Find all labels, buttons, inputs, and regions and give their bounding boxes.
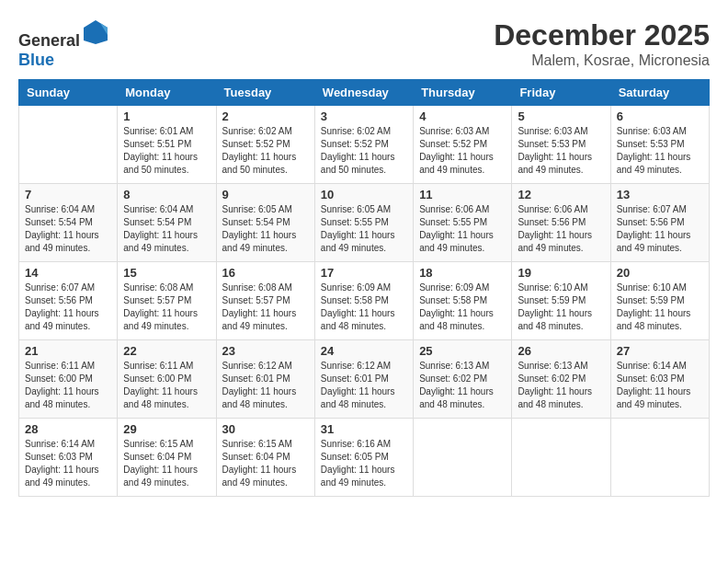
- calendar-weekday-header: Tuesday: [216, 80, 314, 106]
- day-number: 12: [518, 188, 604, 201]
- calendar-week-row: 1Sunrise: 6:01 AMSunset: 5:51 PMDaylight…: [19, 106, 710, 184]
- day-info: Sunrise: 6:14 AMSunset: 6:03 PMDaylight:…: [25, 438, 111, 489]
- calendar-week-row: 28Sunrise: 6:14 AMSunset: 6:03 PMDayligh…: [19, 419, 710, 497]
- day-number: 15: [123, 266, 210, 280]
- calendar-day-cell: 7Sunrise: 6:04 AMSunset: 5:54 PMDaylight…: [19, 184, 118, 262]
- day-info: Sunrise: 6:15 AMSunset: 6:04 PMDaylight:…: [222, 438, 309, 489]
- calendar-day-cell: 15Sunrise: 6:08 AMSunset: 5:57 PMDayligh…: [118, 262, 216, 340]
- calendar-day-cell: 1Sunrise: 6:01 AMSunset: 5:51 PMDaylight…: [118, 106, 216, 184]
- day-info: Sunrise: 6:07 AMSunset: 5:56 PMDaylight:…: [617, 203, 703, 255]
- day-number: 2: [222, 109, 309, 123]
- day-number: 30: [222, 422, 309, 436]
- calendar-day-cell: [512, 419, 610, 497]
- calendar-week-row: 14Sunrise: 6:07 AMSunset: 5:56 PMDayligh…: [19, 262, 710, 340]
- day-info: Sunrise: 6:13 AMSunset: 6:02 PMDaylight:…: [419, 360, 506, 411]
- day-number: 11: [419, 188, 506, 201]
- calendar-header-row: SundayMondayTuesdayWednesdayThursdayFrid…: [19, 80, 710, 106]
- calendar-day-cell: 24Sunrise: 6:12 AMSunset: 6:01 PMDayligh…: [314, 340, 413, 419]
- day-number: 24: [321, 344, 407, 358]
- day-number: 4: [419, 109, 506, 123]
- day-number: 18: [419, 266, 506, 280]
- day-info: Sunrise: 6:09 AMSunset: 5:58 PMDaylight:…: [419, 282, 506, 333]
- calendar-day-cell: 6Sunrise: 6:03 AMSunset: 5:53 PMDaylight…: [610, 106, 709, 184]
- calendar-day-cell: 20Sunrise: 6:10 AMSunset: 5:59 PMDayligh…: [610, 262, 709, 340]
- calendar-body: 1Sunrise: 6:01 AMSunset: 5:51 PMDaylight…: [19, 106, 710, 497]
- day-number: 23: [222, 344, 309, 358]
- day-info: Sunrise: 6:04 AMSunset: 5:54 PMDaylight:…: [123, 203, 210, 255]
- day-number: 31: [321, 422, 407, 436]
- calendar-day-cell: [610, 419, 709, 497]
- day-number: 21: [25, 344, 111, 358]
- calendar-day-cell: 26Sunrise: 6:13 AMSunset: 6:02 PMDayligh…: [512, 340, 610, 419]
- calendar-day-cell: 23Sunrise: 6:12 AMSunset: 6:01 PMDayligh…: [216, 340, 314, 419]
- calendar-weekday-header: Thursday: [414, 80, 512, 106]
- calendar-day-cell: 30Sunrise: 6:15 AMSunset: 6:04 PMDayligh…: [216, 419, 314, 497]
- calendar-day-cell: 28Sunrise: 6:14 AMSunset: 6:03 PMDayligh…: [19, 419, 118, 497]
- location-title: Malem, Kosrae, Micronesia: [494, 52, 710, 69]
- logo-general: General: [18, 31, 80, 50]
- calendar-day-cell: 29Sunrise: 6:15 AMSunset: 6:04 PMDayligh…: [118, 419, 216, 497]
- calendar-weekday-header: Wednesday: [314, 80, 413, 106]
- day-info: Sunrise: 6:16 AMSunset: 6:05 PMDaylight:…: [321, 438, 407, 489]
- calendar-day-cell: 19Sunrise: 6:10 AMSunset: 5:59 PMDayligh…: [512, 262, 610, 340]
- calendar-day-cell: 8Sunrise: 6:04 AMSunset: 5:54 PMDaylight…: [118, 184, 216, 262]
- svg-marker-0: [84, 20, 108, 44]
- month-title: December 2025: [494, 18, 710, 52]
- day-number: 16: [222, 266, 309, 280]
- calendar-day-cell: 22Sunrise: 6:11 AMSunset: 6:00 PMDayligh…: [118, 340, 216, 419]
- calendar-day-cell: 12Sunrise: 6:06 AMSunset: 5:56 PMDayligh…: [512, 184, 610, 262]
- day-number: 8: [123, 188, 210, 201]
- day-number: 26: [518, 344, 604, 358]
- day-number: 19: [518, 266, 604, 280]
- day-number: 22: [123, 344, 210, 358]
- day-info: Sunrise: 6:11 AMSunset: 6:00 PMDaylight:…: [25, 360, 111, 411]
- day-number: 29: [123, 422, 210, 436]
- day-info: Sunrise: 6:11 AMSunset: 6:00 PMDaylight:…: [123, 360, 210, 411]
- day-number: 17: [321, 266, 407, 280]
- day-info: Sunrise: 6:05 AMSunset: 5:54 PMDaylight:…: [222, 203, 309, 255]
- day-info: Sunrise: 6:10 AMSunset: 5:59 PMDaylight:…: [617, 282, 703, 333]
- calendar-day-cell: 25Sunrise: 6:13 AMSunset: 6:02 PMDayligh…: [414, 340, 512, 419]
- calendar-day-cell: 9Sunrise: 6:05 AMSunset: 5:54 PMDaylight…: [216, 184, 314, 262]
- day-info: Sunrise: 6:03 AMSunset: 5:52 PMDaylight:…: [419, 125, 506, 177]
- day-info: Sunrise: 6:06 AMSunset: 5:56 PMDaylight:…: [518, 203, 604, 255]
- calendar-day-cell: 2Sunrise: 6:02 AMSunset: 5:52 PMDaylight…: [216, 106, 314, 184]
- calendar-day-cell: 18Sunrise: 6:09 AMSunset: 5:58 PMDayligh…: [414, 262, 512, 340]
- day-info: Sunrise: 6:10 AMSunset: 5:59 PMDaylight:…: [518, 282, 604, 333]
- day-info: Sunrise: 6:08 AMSunset: 5:57 PMDaylight:…: [222, 282, 309, 333]
- day-number: 28: [25, 422, 111, 436]
- day-number: 10: [321, 188, 407, 201]
- day-number: 9: [222, 188, 309, 201]
- calendar-weekday-header: Saturday: [610, 80, 709, 106]
- day-info: Sunrise: 6:02 AMSunset: 5:52 PMDaylight:…: [321, 125, 407, 177]
- day-info: Sunrise: 6:13 AMSunset: 6:02 PMDaylight:…: [518, 360, 604, 411]
- logo-icon: [82, 18, 109, 46]
- calendar-weekday-header: Monday: [118, 80, 216, 106]
- calendar-day-cell: 31Sunrise: 6:16 AMSunset: 6:05 PMDayligh…: [314, 419, 413, 497]
- day-info: Sunrise: 6:05 AMSunset: 5:55 PMDaylight:…: [321, 203, 407, 255]
- day-number: 27: [617, 344, 703, 358]
- day-number: 6: [617, 109, 703, 123]
- day-info: Sunrise: 6:15 AMSunset: 6:04 PMDaylight:…: [123, 438, 210, 489]
- calendar-day-cell: 21Sunrise: 6:11 AMSunset: 6:00 PMDayligh…: [19, 340, 118, 419]
- day-info: Sunrise: 6:12 AMSunset: 6:01 PMDaylight:…: [222, 360, 309, 411]
- calendar-day-cell: 17Sunrise: 6:09 AMSunset: 5:58 PMDayligh…: [314, 262, 413, 340]
- calendar-day-cell: 14Sunrise: 6:07 AMSunset: 5:56 PMDayligh…: [19, 262, 118, 340]
- day-number: 14: [25, 266, 111, 280]
- page-header: General Blue December 2025 Malem, Kosrae…: [18, 18, 710, 70]
- calendar-weekday-header: Friday: [512, 80, 610, 106]
- calendar-day-cell: 4Sunrise: 6:03 AMSunset: 5:52 PMDaylight…: [414, 106, 512, 184]
- calendar-day-cell: 13Sunrise: 6:07 AMSunset: 5:56 PMDayligh…: [610, 184, 709, 262]
- day-info: Sunrise: 6:03 AMSunset: 5:53 PMDaylight:…: [617, 125, 703, 177]
- calendar-day-cell: 11Sunrise: 6:06 AMSunset: 5:55 PMDayligh…: [414, 184, 512, 262]
- day-info: Sunrise: 6:04 AMSunset: 5:54 PMDaylight:…: [25, 203, 111, 255]
- calendar-day-cell: [414, 419, 512, 497]
- calendar-day-cell: 16Sunrise: 6:08 AMSunset: 5:57 PMDayligh…: [216, 262, 314, 340]
- day-info: Sunrise: 6:09 AMSunset: 5:58 PMDaylight:…: [321, 282, 407, 333]
- day-info: Sunrise: 6:06 AMSunset: 5:55 PMDaylight:…: [419, 203, 506, 255]
- day-number: 5: [518, 109, 604, 123]
- day-number: 25: [419, 344, 506, 358]
- day-info: Sunrise: 6:03 AMSunset: 5:53 PMDaylight:…: [518, 125, 604, 177]
- calendar-week-row: 7Sunrise: 6:04 AMSunset: 5:54 PMDaylight…: [19, 184, 710, 262]
- day-number: 20: [617, 266, 703, 280]
